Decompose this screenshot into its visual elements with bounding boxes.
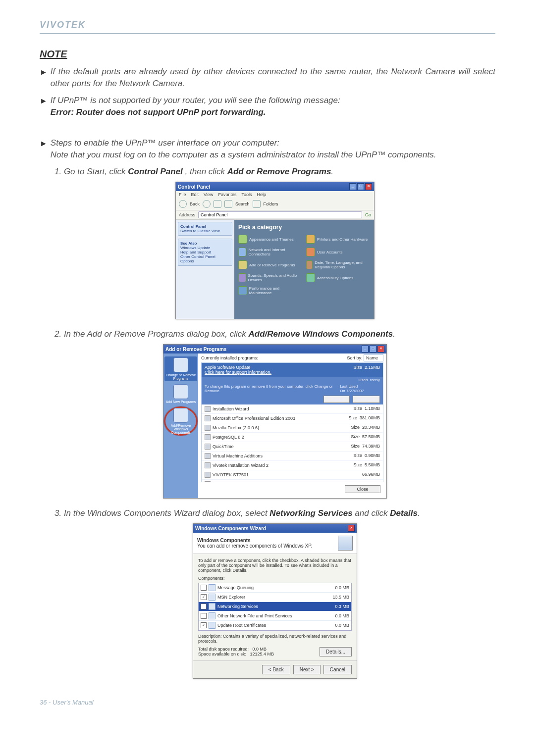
cp-cat-useraccounts-label: User Accounts bbox=[317, 250, 343, 254]
list-item: Microsoft Office Professional Edition 20… bbox=[202, 414, 383, 423]
prog-name[interactable]: Mozilla Firefox (2.0.0.6) bbox=[213, 425, 259, 430]
cp-side-title: Control Panel bbox=[180, 224, 206, 229]
arp-close-button[interactable]: Close bbox=[345, 485, 380, 493]
printers-icon bbox=[306, 235, 315, 244]
cp-side-link3[interactable]: Other Control Panel Options bbox=[180, 254, 215, 263]
arp-selected-program[interactable]: Apple Software Update Size 2.15MB Click … bbox=[202, 363, 383, 377]
wiz-cancel-button[interactable]: Cancel bbox=[323, 665, 352, 674]
close-icon[interactable]: × bbox=[348, 525, 355, 532]
cp-cat-network[interactable]: Network and Internet Connections bbox=[238, 248, 302, 256]
program-icon bbox=[205, 462, 211, 468]
menu-file[interactable]: File bbox=[179, 192, 186, 197]
note-bullet-1: If the default ports are already used by… bbox=[51, 66, 495, 90]
list-item[interactable]: Other Network File and Print Services 0.… bbox=[199, 611, 351, 621]
cp-cat-sounds[interactable]: Sounds, Speech, and Audio Devices bbox=[238, 273, 302, 282]
address-input[interactable] bbox=[198, 211, 362, 218]
arp-currently-installed: Currently installed programs: bbox=[201, 355, 258, 360]
sounds-icon bbox=[238, 273, 246, 282]
wiz-details-button[interactable]: Details... bbox=[320, 647, 352, 656]
cp-cat-addremove[interactable]: Add or Remove Programs bbox=[238, 260, 302, 269]
cp-side-switch[interactable]: Switch to Classic View bbox=[180, 229, 220, 233]
minimize-icon[interactable]: _ bbox=[349, 183, 356, 190]
cp-side-link2[interactable]: Help and Support bbox=[180, 250, 211, 254]
cp-side-seealso: See Also bbox=[180, 241, 197, 246]
prog-name[interactable]: VIVOTEK ST7501 bbox=[213, 472, 249, 477]
search-label[interactable]: Search bbox=[235, 202, 250, 206]
cp-cat-performance[interactable]: Performance and Maintenance bbox=[238, 286, 302, 295]
prog-name[interactable]: Installation Wizard bbox=[213, 406, 249, 411]
menu-edit[interactable]: Edit bbox=[191, 192, 199, 197]
back-icon[interactable] bbox=[179, 200, 187, 208]
checkbox[interactable] bbox=[201, 613, 207, 619]
arp-nav-change[interactable]: Change or Remove Programs bbox=[164, 356, 197, 381]
back-label[interactable]: Back bbox=[190, 202, 200, 206]
close-icon[interactable]: × bbox=[365, 183, 372, 190]
cp-cat-appearance[interactable]: Appearance and Themes bbox=[238, 235, 302, 244]
close-icon[interactable]: × bbox=[377, 346, 384, 353]
menu-tools[interactable]: Tools bbox=[241, 192, 252, 197]
user-accounts-icon bbox=[306, 248, 315, 256]
checkbox[interactable]: ✓ bbox=[201, 604, 207, 609]
cp-cat-useraccounts[interactable]: User Accounts bbox=[306, 248, 370, 256]
wiz-subheading: You can add or remove components of Wind… bbox=[197, 543, 312, 549]
component-icon bbox=[209, 603, 215, 610]
arp-nav-windows-components[interactable]: Add/Remove Windows Components bbox=[164, 406, 198, 436]
list-item[interactable]: ✓MSN Explorer 13.5 MB bbox=[199, 593, 351, 602]
list-item[interactable]: ✓Update Root Certificates 0.0 MB bbox=[199, 621, 351, 630]
folders-label[interactable]: Folders bbox=[264, 202, 278, 206]
step1-strong2: Add or Remove Programs bbox=[227, 167, 331, 176]
checkbox[interactable]: ✓ bbox=[201, 594, 207, 600]
prog-name[interactable]: PostgreSQL 8.2 bbox=[213, 435, 244, 440]
arp-nav-addnew[interactable]: Add New Programs bbox=[165, 384, 196, 403]
arp-selected-size: 2.15MB bbox=[365, 365, 380, 370]
list-item-selected[interactable]: ✓Networking Services 0.3 MB bbox=[199, 602, 351, 611]
wiz-next-button[interactable]: Next > bbox=[293, 665, 321, 674]
arp-program-list: Apple Software Update Size 2.15MB Click … bbox=[201, 362, 383, 482]
arp-sortby-select[interactable]: Name bbox=[364, 354, 383, 361]
component-icon bbox=[209, 612, 215, 619]
folders-icon[interactable] bbox=[253, 200, 261, 208]
prog-name[interactable]: QuickTime bbox=[213, 444, 234, 449]
windows-components-icon bbox=[173, 408, 188, 423]
maximize-icon[interactable]: □ bbox=[370, 346, 376, 353]
comp-size: 0.0 MB bbox=[335, 585, 349, 590]
search-icon[interactable] bbox=[224, 200, 232, 208]
arp-change-button[interactable]: Change bbox=[323, 396, 350, 403]
wiz-instructions: To add or remove a component, click the … bbox=[198, 558, 352, 573]
list-item[interactable]: Message Queuing 0.0 MB bbox=[199, 583, 351, 593]
bullet3-line2: Note that you must log on to the compute… bbox=[51, 150, 436, 159]
cp-cat-sounds-label: Sounds, Speech, and Audio Devices bbox=[248, 273, 302, 282]
arp-support-link[interactable]: Click here for support information. bbox=[205, 370, 380, 375]
checkbox[interactable]: ✓ bbox=[201, 622, 207, 628]
program-icon bbox=[205, 444, 211, 450]
note-bullet-3: Steps to enable the UPnP™ user interface… bbox=[51, 137, 436, 161]
cp-cat-accessibility[interactable]: Accessibility Options bbox=[306, 273, 370, 282]
prog-size: 0.90MB bbox=[365, 453, 380, 458]
cp-cat-printers[interactable]: Printers and Other Hardware bbox=[306, 235, 370, 244]
prog-name[interactable]: Windows Genuine Advantage Validation Too… bbox=[213, 482, 326, 482]
cp-side-link1[interactable]: Windows Update bbox=[180, 246, 210, 250]
step1-prefix: 1. Go to Start, click bbox=[54, 167, 128, 176]
menu-view[interactable]: View bbox=[204, 192, 213, 197]
arp-remove-button[interactable]: Remove bbox=[353, 396, 380, 403]
comp-name: Message Queuing bbox=[217, 585, 254, 590]
prog-name[interactable]: Virtual Machine Additions bbox=[213, 454, 263, 458]
prog-name[interactable]: Vivotek Installation Wizard 2 bbox=[213, 463, 268, 468]
wiz-disk-req-label: Total disk space required: bbox=[198, 647, 249, 652]
address-label: Address bbox=[179, 212, 195, 217]
cp-cat-datetime[interactable]: Date, Time, Language, and Regional Optio… bbox=[306, 260, 370, 269]
forward-icon[interactable] bbox=[203, 200, 211, 208]
arp-used-label: Used bbox=[359, 378, 368, 382]
menu-help[interactable]: Help bbox=[257, 192, 266, 197]
maximize-icon[interactable]: □ bbox=[357, 183, 364, 190]
prog-name[interactable]: Microsoft Office Professional Edition 20… bbox=[213, 416, 295, 421]
list-item: VIVOTEK ST750166.96MB bbox=[202, 470, 383, 480]
menu-favorites[interactable]: Favorites bbox=[218, 192, 236, 197]
wiz-back-button[interactable]: < Back bbox=[262, 665, 290, 674]
comp-size: 0.0 MB bbox=[335, 623, 349, 628]
checkbox[interactable] bbox=[201, 585, 207, 591]
up-icon[interactable] bbox=[214, 200, 221, 208]
wiz-heading: Windows Components bbox=[197, 538, 312, 543]
minimize-icon[interactable]: _ bbox=[362, 346, 369, 353]
go-button[interactable]: Go bbox=[365, 212, 371, 217]
